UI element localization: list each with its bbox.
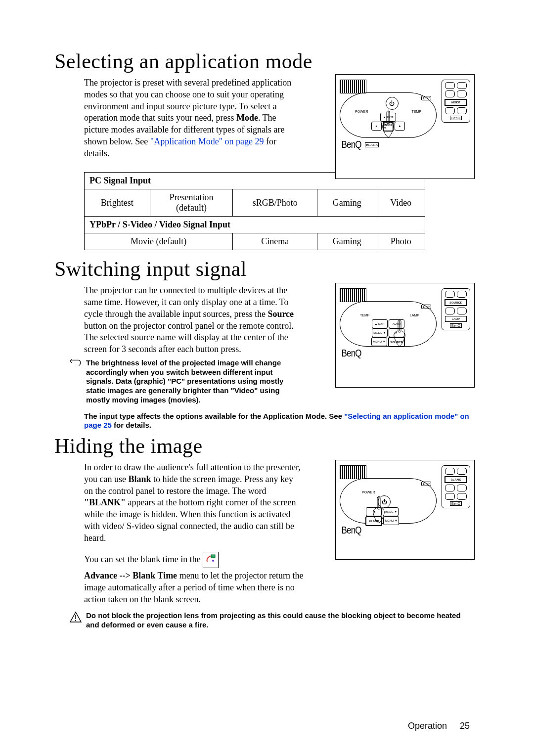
s3p1-q2: " bbox=[121, 497, 126, 507]
warning-lens-block: Do not block the projection lens from pr… bbox=[86, 611, 467, 630]
remote-benq-label-3: BenQ bbox=[450, 501, 462, 506]
note-input-type: The input type affects the options avail… bbox=[84, 412, 470, 431]
s1-mode-word: Mode bbox=[236, 113, 258, 123]
svg-point-3 bbox=[75, 620, 76, 621]
remote-mode-button: MODE bbox=[445, 99, 467, 106]
remote-benq-label: BenQ bbox=[450, 116, 462, 120]
benq-logo-2: BenQ bbox=[342, 348, 361, 359]
label-dlp: DLP bbox=[421, 96, 431, 100]
btn-menu-2: MENU ▼ bbox=[371, 337, 387, 346]
cell-gaming-pc: Gaming bbox=[317, 189, 377, 217]
remote-control-icon-3: BLANK BenQ bbox=[442, 465, 470, 508]
remote-control-icon: MODE BenQ bbox=[442, 80, 470, 123]
warning-icon bbox=[69, 611, 82, 623]
cell-gaming-vid: Gaming bbox=[317, 233, 377, 250]
advance-menu-icon bbox=[203, 552, 219, 568]
diagram-mode-button: POWER TEMP DLP ⏻ ▲ EXIT ◄MODE ▼► BenQBLA… bbox=[335, 74, 475, 179]
label-power: POWER bbox=[355, 110, 368, 113]
remote-lamp-label: LAMP bbox=[445, 316, 467, 322]
label-temp-2: TEMP bbox=[360, 313, 369, 317]
section1-paragraph: The projector is preset with several pre… bbox=[84, 77, 292, 159]
label-dlp-3: DLP bbox=[421, 482, 431, 486]
section3-p2: You can set the blank time in the bbox=[84, 552, 304, 568]
cell-movie: Movie (default) bbox=[85, 233, 233, 250]
s3p1-blankword: BLANK bbox=[89, 497, 121, 507]
label-dlp-2: DLP bbox=[421, 305, 431, 309]
page-footer: Operation25 bbox=[408, 721, 470, 731]
remote-blank-button: BLANK bbox=[445, 476, 467, 483]
cell-photo: Photo bbox=[377, 233, 425, 250]
note2-pre: The input type affects the options avail… bbox=[84, 412, 344, 420]
label-lamp-2: LAMP bbox=[410, 313, 419, 317]
heading-selecting-mode: Selecting an application mode bbox=[54, 49, 470, 73]
section3-p1: In order to draw the audience's full att… bbox=[84, 462, 304, 544]
heading-switching-input: Switching input signal bbox=[54, 257, 470, 281]
power-button-icon: ⏻ bbox=[386, 97, 399, 110]
press-hand-icon-2 bbox=[389, 318, 410, 348]
footer-page-number: 25 bbox=[460, 721, 470, 731]
note-icon bbox=[69, 358, 82, 367]
projector-vent-icon-3 bbox=[340, 465, 366, 479]
s2-source-word: Source bbox=[267, 309, 294, 319]
benq-logo-3: BenQ bbox=[342, 525, 361, 536]
cell-brightest: Brightest bbox=[85, 189, 150, 217]
section2-paragraph: The projector can be connected to multip… bbox=[84, 285, 304, 356]
benq-logo: BenQ bbox=[342, 139, 361, 150]
label-power-3: POWER bbox=[362, 490, 375, 494]
heading-hiding-image: Hiding the image bbox=[54, 434, 470, 458]
s3p3-pre: Advance --> Blank Time bbox=[84, 571, 177, 580]
label-temp: TEMP bbox=[412, 110, 421, 113]
remote-source-button: SOURCE bbox=[445, 299, 467, 306]
footer-section: Operation bbox=[408, 721, 447, 731]
cell-video: Video bbox=[377, 189, 425, 217]
cell-presentation: Presentation(default) bbox=[150, 189, 233, 217]
press-hand-icon bbox=[378, 110, 399, 139]
press-hand-icon-3 bbox=[368, 495, 389, 525]
s3p1-blank: Blank bbox=[128, 474, 151, 484]
remote-control-icon-2: SOURCE LAMP BenQ bbox=[442, 288, 470, 330]
cell-cinema: Cinema bbox=[233, 233, 317, 250]
diagram-source-button: TEMP LAMP DLP ▲ EXITAUTO MODE ▼► MENU ▼S… bbox=[335, 283, 475, 388]
btn-exit-2: ▲ EXIT bbox=[372, 319, 388, 328]
section3-p3: Advance --> Blank Time menu to let the p… bbox=[84, 570, 304, 605]
svg-point-1 bbox=[212, 560, 214, 562]
s3p1-q1: " bbox=[84, 497, 89, 507]
cell-srgb: sRGB/Photo bbox=[233, 189, 317, 217]
label-blank-small: BLANK bbox=[365, 142, 379, 147]
projector-vent-icon bbox=[340, 80, 366, 93]
s3p2-pre: You can set the blank time in the bbox=[84, 554, 203, 564]
projector-vent-icon-2 bbox=[340, 288, 366, 302]
note2-post: for details. bbox=[112, 421, 151, 429]
note-brightness: The brightness level of the projected im… bbox=[86, 358, 299, 405]
link-application-mode-p29[interactable]: "Application Mode" on page 29 bbox=[150, 136, 264, 146]
remote-benq-label-2: BenQ bbox=[450, 323, 462, 328]
s2-text-post: button on the projector control panel or… bbox=[84, 321, 294, 355]
table-hdr-video: YPbPr / S-Video / Video Signal Input bbox=[85, 217, 425, 233]
s2-text-pre: The projector can be connected to multip… bbox=[84, 285, 289, 319]
svg-rect-0 bbox=[211, 555, 215, 558]
btn-mode-2: MODE ▼ bbox=[372, 328, 388, 337]
application-modes-table: PC Signal Input Brightest Presentation(d… bbox=[84, 172, 425, 250]
diagram-blank-button: POWER DLP ⏻ ◄MODE ▼ BLANKMENU ▼ BenQ bbox=[335, 460, 475, 560]
